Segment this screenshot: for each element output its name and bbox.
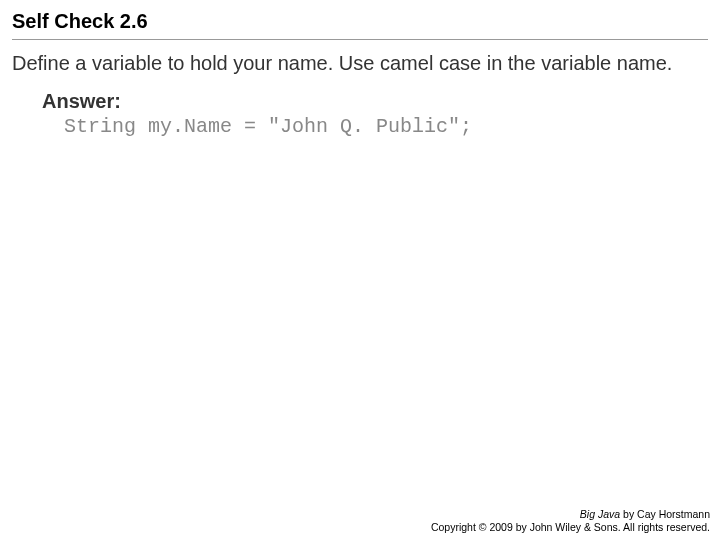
footer-line-1: Big Java by Cay Horstmann (431, 508, 710, 521)
slide: Self Check 2.6 Define a variable to hold… (0, 0, 720, 540)
footer: Big Java by Cay Horstmann Copyright © 20… (431, 508, 710, 534)
question-text: Define a variable to hold your name. Use… (12, 50, 708, 76)
answer-block: Answer: String my.Name = "John Q. Public… (42, 90, 708, 138)
answer-label: Answer: (42, 90, 708, 113)
book-title: Big Java (580, 508, 620, 520)
byline: by Cay Horstmann (620, 508, 710, 520)
slide-title: Self Check 2.6 (12, 10, 708, 40)
copyright-line: Copyright © 2009 by John Wiley & Sons. A… (431, 521, 710, 534)
answer-code: String my.Name = "John Q. Public"; (64, 115, 708, 138)
